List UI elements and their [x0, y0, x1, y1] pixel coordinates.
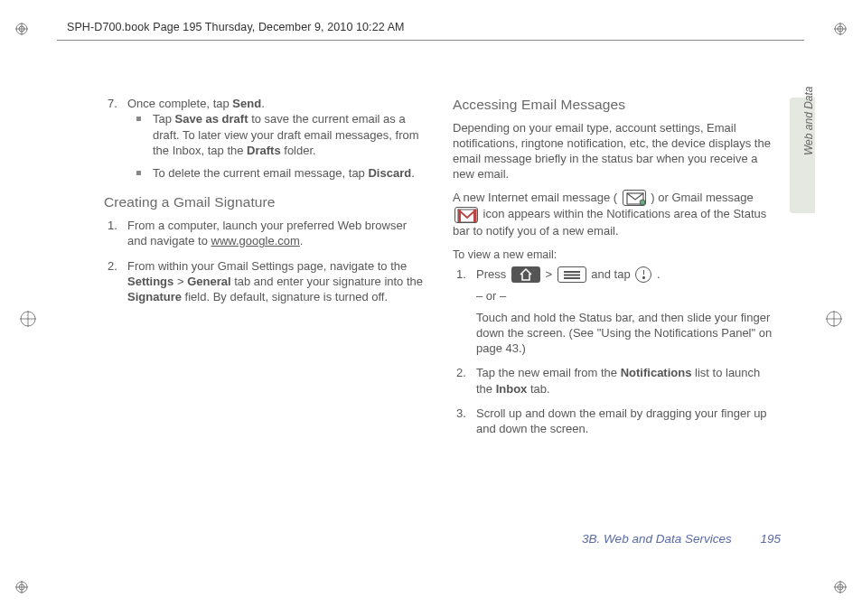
sub-heading: To view a new email:	[453, 247, 778, 263]
header-rule	[57, 40, 804, 41]
body-text: Tap the new email from the	[476, 366, 621, 379]
section-heading: Accessing Email Messages	[453, 96, 778, 115]
ui-label: Signature	[127, 290, 182, 303]
step-item: 1.From a computer, launch your preferred…	[118, 218, 429, 249]
step-item: 7. Once complete, tap Send. Tap Save as …	[118, 96, 429, 181]
home-key-icon	[511, 266, 540, 283]
svg-rect-25	[458, 210, 461, 222]
body-text: Once complete, tap	[127, 97, 232, 110]
link-text: www.google.com	[211, 234, 300, 247]
step-item: 3.Scroll up and down the email by draggi…	[467, 406, 778, 437]
left-column: 7. Once complete, tap Send. Tap Save as …	[104, 96, 429, 446]
registration-mark-icon	[20, 311, 36, 327]
body-text: A new Internet email message ( ) or Gmai…	[453, 190, 778, 238]
body-text: icon appears within the Notifications ar…	[453, 207, 766, 238]
ui-label: Send	[232, 97, 261, 110]
step-number: 7.	[108, 96, 117, 111]
step-item: 1. Press > and tap . – or – Touch and ho…	[467, 266, 778, 357]
body-text: field. By default, signature is turned o…	[182, 290, 388, 303]
thumb-tab: Web and Data	[790, 98, 815, 213]
step-number: 1.	[108, 218, 117, 233]
body-text: Depending on your email type, account se…	[453, 120, 778, 182]
crop-mark-icon	[834, 581, 847, 593]
body-text: Touch and hold the Status bar, and then …	[476, 310, 778, 357]
body-text: >	[542, 267, 556, 281]
crop-mark-icon	[15, 23, 28, 35]
menu-key-icon	[557, 266, 586, 283]
page-footer: 3B. Web and Data Services 195	[582, 532, 781, 546]
body-text: A new Internet email message (	[453, 191, 621, 204]
body-text: Press	[476, 267, 510, 281]
crop-mark-icon	[834, 23, 847, 35]
body-text: tab.	[527, 382, 549, 396]
ui-label: Save as draft	[175, 112, 248, 126]
separator-text: – or –	[476, 288, 778, 303]
body-text: .	[411, 166, 415, 180]
footer-section: 3B. Web and Data Services	[582, 532, 732, 546]
body-text: .	[261, 97, 265, 110]
body-text: >	[173, 275, 187, 288]
ui-label: Discard	[368, 166, 411, 180]
body-text: Tap	[153, 112, 175, 126]
svg-point-23	[640, 200, 645, 205]
page-number: 195	[760, 532, 781, 546]
step-number: 2.	[456, 365, 466, 380]
body-text: .	[300, 234, 304, 247]
step-number: 2.	[108, 258, 117, 274]
ui-label: Settings	[127, 275, 173, 288]
body-text: To delete the current email message, tap	[153, 166, 368, 180]
step-number: 3.	[456, 406, 466, 421]
body-text: tab and enter your signature into the	[231, 275, 423, 288]
ui-label: Inbox	[496, 382, 528, 396]
svg-rect-26	[473, 210, 476, 222]
crop-mark-icon	[15, 581, 28, 593]
right-column: Accessing Email Messages Depending on yo…	[453, 96, 778, 446]
page-header: SPH-D700.book Page 195 Thursday, Decembe…	[67, 21, 405, 33]
step-item: 2.From within your Gmail Settings page, …	[118, 258, 429, 305]
bullet-item: To delete the current email message, tap…	[145, 165, 429, 181]
notification-icon	[635, 266, 651, 283]
body-text: and tap	[588, 267, 634, 281]
body-text: .	[653, 267, 660, 281]
step-number: 1.	[456, 266, 466, 282]
body-text: From within your Gmail Settings page, na…	[127, 259, 407, 273]
step-item: 2.Tap the new email from the Notificatio…	[467, 365, 778, 397]
ui-label: Notifications	[621, 366, 692, 379]
page-content: 7. Once complete, tap Send. Tap Save as …	[104, 96, 786, 446]
ui-label: General	[187, 275, 230, 288]
gmail-icon	[454, 207, 478, 223]
email-icon	[623, 190, 646, 206]
thumb-tab-label: Web and Data	[802, 87, 815, 156]
body-text: ) or Gmail message	[648, 191, 754, 204]
body-text: Scroll up and down the email by dragging…	[476, 406, 767, 435]
ui-label: Drafts	[247, 144, 281, 157]
body-text: folder.	[281, 144, 316, 157]
section-heading: Creating a Gmail Signature	[104, 193, 429, 212]
registration-mark-icon	[826, 311, 842, 327]
bullet-item: Tap Save as draft to save the current em…	[145, 111, 429, 158]
